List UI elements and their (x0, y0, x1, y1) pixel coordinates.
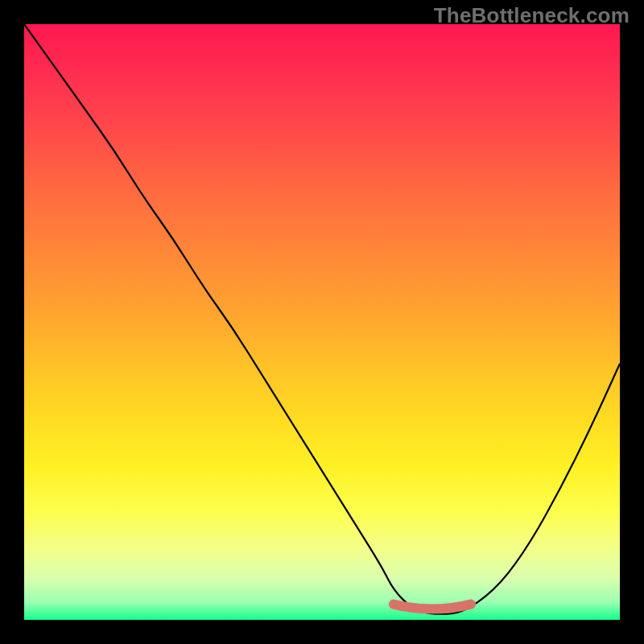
plot-area (24, 24, 620, 620)
bottleneck-curve (24, 24, 620, 614)
optimal-range-indicator (394, 605, 471, 609)
chart-svg (24, 24, 620, 620)
chart-frame: TheBottleneck.com (0, 0, 644, 644)
watermark-text: TheBottleneck.com (434, 3, 630, 28)
